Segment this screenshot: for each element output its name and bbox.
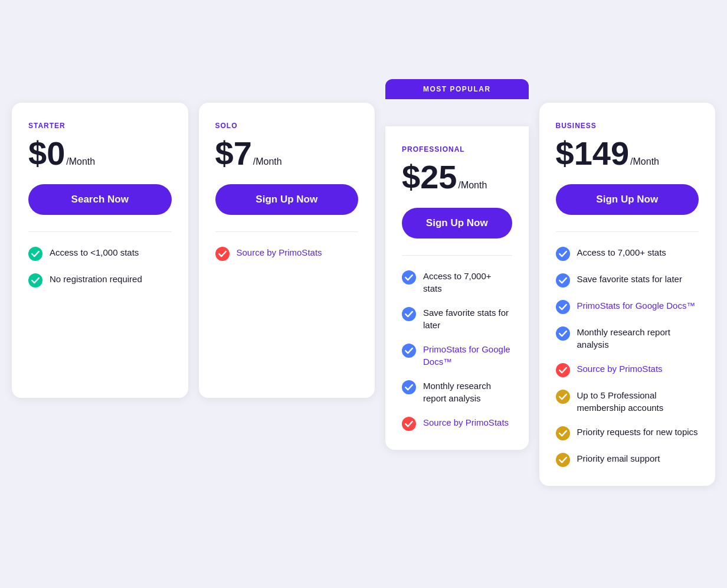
feature-icon-red: [215, 247, 230, 261]
feature-icon-gold: [556, 390, 570, 404]
feature-icon-gold: [556, 453, 570, 467]
feature-item: Save favorite stats for later: [556, 273, 699, 288]
feature-item: No registration required: [28, 273, 172, 288]
feature-text: Save favorite stats for later: [423, 306, 512, 331]
feature-icon-blue: [402, 344, 416, 358]
feature-icon-blue: [556, 326, 570, 341]
price-row-professional: $25/Month: [402, 161, 512, 194]
price-amount-starter: $0: [28, 137, 65, 170]
feature-icon-gold: [556, 426, 570, 440]
feature-icon-red: [402, 417, 416, 431]
feature-item: Source by PrimoStats: [556, 362, 699, 377]
feature-icon-blue: [556, 273, 570, 288]
feature-icon-blue: [402, 380, 416, 394]
price-amount-solo: $7: [215, 137, 252, 170]
feature-text: Monthly research report analysis: [577, 326, 699, 351]
price-period-solo: /Month: [253, 156, 282, 167]
feature-text: Access to 7,000+ stats: [577, 246, 666, 259]
feature-text: Save favorite stats for later: [577, 273, 682, 285]
plan-card-solo: SOLO$7/MonthSign Up NowSource by PrimoSt…: [199, 103, 375, 398]
cta-button-business[interactable]: Sign Up Now: [556, 184, 699, 215]
feature-text: No registration required: [50, 273, 142, 285]
most-popular-badge: MOST POPULAR: [385, 79, 529, 99]
feature-icon-blue: [556, 300, 570, 314]
feature-text: Source by PrimoStats: [423, 416, 509, 429]
feature-text: Access to 7,000+ stats: [423, 270, 512, 295]
plan-name-professional: PROFESSIONAL: [402, 145, 512, 153]
feature-list-starter: Access to <1,000 statsNo registration re…: [28, 246, 172, 288]
feature-text: Monthly research report analysis: [423, 380, 512, 404]
feature-item: Access to 7,000+ stats: [402, 270, 512, 295]
feature-text: Source by PrimoStats: [237, 246, 322, 259]
plan-name-starter: STARTER: [28, 122, 172, 130]
price-amount-business: $149: [556, 137, 630, 170]
feature-list-solo: Source by PrimoStats: [215, 246, 359, 261]
feature-icon-blue: [402, 307, 416, 321]
feature-item: Source by PrimoStats: [215, 246, 359, 261]
divider-business: [556, 231, 699, 232]
price-amount-professional: $25: [402, 161, 457, 194]
feature-text: Priority requests for new topics: [577, 426, 698, 438]
feature-text: Access to <1,000 stats: [50, 246, 139, 259]
feature-icon-blue: [402, 270, 416, 285]
price-period-professional: /Month: [458, 180, 487, 191]
feature-icon-green: [28, 247, 42, 261]
price-row-solo: $7/Month: [215, 137, 359, 170]
feature-text: Priority email support: [577, 452, 660, 465]
divider-professional: [402, 255, 512, 256]
feature-text: PrimoStats for Google Docs™: [423, 343, 512, 368]
feature-item: PrimoStats for Google Docs™: [402, 343, 512, 368]
feature-list-business: Access to 7,000+ statsSave favorite stat…: [556, 246, 699, 467]
feature-icon-red: [556, 363, 570, 377]
feature-list-professional: Access to 7,000+ statsSave favorite stat…: [402, 270, 512, 431]
feature-text: PrimoStats for Google Docs™: [577, 299, 696, 312]
feature-item: Save favorite stats for later: [402, 306, 512, 331]
feature-item: Priority email support: [556, 452, 699, 467]
plan-name-business: BUSINESS: [556, 122, 699, 130]
price-row-business: $149/Month: [556, 137, 699, 170]
plan-card-professional: PROFESSIONAL$25/MonthSign Up NowAccess t…: [385, 126, 529, 450]
plan-wrapper-professional: MOST POPULARPROFESSIONAL$25/MonthSign Up…: [385, 103, 529, 450]
plan-name-solo: SOLO: [215, 122, 359, 130]
cta-button-starter[interactable]: Search Now: [28, 184, 172, 215]
feature-item: Access to 7,000+ stats: [556, 246, 699, 261]
feature-icon-green: [28, 273, 42, 288]
cta-button-professional[interactable]: Sign Up Now: [402, 208, 512, 239]
feature-text: Up to 5 Professional membership accounts: [577, 389, 699, 414]
feature-item: PrimoStats for Google Docs™: [556, 299, 699, 314]
divider-solo: [215, 231, 359, 232]
feature-item: Up to 5 Professional membership accounts: [556, 389, 699, 414]
feature-item: Source by PrimoStats: [402, 416, 512, 431]
feature-item: Priority requests for new topics: [556, 426, 699, 440]
plan-card-business: BUSINESS$149/MonthSign Up NowAccess to 7…: [539, 103, 716, 486]
plan-card-starter: STARTER$0/MonthSearch NowAccess to <1,00…: [12, 103, 188, 398]
pricing-container: STARTER$0/MonthSearch NowAccess to <1,00…: [12, 103, 715, 486]
feature-text: Source by PrimoStats: [577, 362, 663, 375]
cta-button-solo[interactable]: Sign Up Now: [215, 184, 359, 215]
price-row-starter: $0/Month: [28, 137, 172, 170]
feature-icon-blue: [556, 247, 570, 261]
feature-item: Access to <1,000 stats: [28, 246, 172, 261]
feature-item: Monthly research report analysis: [402, 380, 512, 404]
feature-item: Monthly research report analysis: [556, 326, 699, 351]
price-period-business: /Month: [630, 156, 659, 167]
divider-starter: [28, 231, 172, 232]
price-period-starter: /Month: [66, 156, 95, 167]
